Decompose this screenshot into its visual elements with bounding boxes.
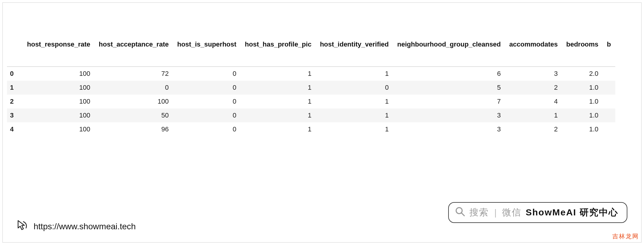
row-index: 3 xyxy=(7,108,23,122)
cell: 0 xyxy=(173,108,241,122)
cell: 2 xyxy=(505,81,562,95)
content-frame: host_response_rate host_acceptance_rate … xyxy=(2,2,642,243)
cell: 50 xyxy=(94,108,173,122)
cell: 1 xyxy=(316,67,393,81)
col-header: b xyxy=(603,37,615,67)
table-row: 4 100 96 0 1 1 3 2 1.0 xyxy=(7,122,615,136)
dataframe-table: host_response_rate host_acceptance_rate … xyxy=(7,37,615,136)
cell: 3 xyxy=(393,122,505,136)
cell: 1 xyxy=(505,108,562,122)
cell: 1 xyxy=(316,108,393,122)
table-row: 3 100 50 0 1 1 3 1 1.0 xyxy=(7,108,615,122)
cell: 100 xyxy=(23,81,94,95)
cell: 100 xyxy=(23,122,94,136)
cell: 100 xyxy=(23,67,94,81)
cell: 72 xyxy=(94,67,173,81)
cell: 1.0 xyxy=(562,81,603,95)
footer-url: https://www.showmeai.tech xyxy=(15,219,136,234)
cell: 1 xyxy=(241,67,316,81)
col-header: host_acceptance_rate xyxy=(94,37,173,67)
cell: 0 xyxy=(173,122,241,136)
col-header: neighbourhood_group_cleansed xyxy=(393,37,505,67)
cell: 1 xyxy=(241,95,316,108)
cell: 1.0 xyxy=(562,108,603,122)
cell xyxy=(603,95,615,108)
cell: 0 xyxy=(173,81,241,95)
row-index: 2 xyxy=(7,95,23,108)
table-index-header xyxy=(7,37,23,67)
search-pill[interactable]: 搜索 | 微信 ShowMeAI 研究中心 xyxy=(448,202,627,223)
search-brand: ShowMeAI 研究中心 xyxy=(526,206,618,219)
search-icon xyxy=(455,206,465,219)
cell: 1 xyxy=(241,108,316,122)
row-index: 1 xyxy=(7,81,23,95)
cursor-icon xyxy=(15,219,28,234)
cell: 1 xyxy=(241,122,316,136)
search-label: 搜索 xyxy=(469,206,489,219)
cell: 4 xyxy=(505,95,562,108)
col-header: host_response_rate xyxy=(23,37,94,67)
cell: 96 xyxy=(94,122,173,136)
cell xyxy=(603,81,615,95)
footer-url-text: https://www.showmeai.tech xyxy=(34,222,136,231)
cell: 1 xyxy=(316,95,393,108)
cell: 1 xyxy=(241,81,316,95)
cell: 2 xyxy=(505,122,562,136)
row-index: 0 xyxy=(7,67,23,81)
cell: 0 xyxy=(94,81,173,95)
col-header: accommodates xyxy=(505,37,562,67)
cell: 0 xyxy=(173,95,241,108)
table-row: 2 100 100 0 1 1 7 4 1.0 xyxy=(7,95,615,108)
corner-watermark: 吉林龙网 xyxy=(612,232,639,240)
col-header: bedrooms xyxy=(562,37,603,67)
table-row: 0 100 72 0 1 1 6 3 2.0 xyxy=(7,67,615,81)
cell: 2.0 xyxy=(562,67,603,81)
dataframe-table-wrap: host_response_rate host_acceptance_rate … xyxy=(7,37,641,136)
cell: 0 xyxy=(173,67,241,81)
cell: 0 xyxy=(316,81,393,95)
cell xyxy=(603,67,615,81)
cell: 3 xyxy=(505,67,562,81)
cell: 3 xyxy=(393,108,505,122)
cell: 1 xyxy=(316,122,393,136)
cell: 6 xyxy=(393,67,505,81)
col-header: host_has_profile_pic xyxy=(241,37,316,67)
col-header: host_is_superhost xyxy=(173,37,241,67)
cell: 100 xyxy=(94,95,173,108)
search-sublabel: 微信 xyxy=(502,206,521,219)
cell: 1.0 xyxy=(562,95,603,108)
cell: 5 xyxy=(393,81,505,95)
table-row: 1 100 0 0 1 0 5 2 1.0 xyxy=(7,81,615,95)
cell: 100 xyxy=(23,108,94,122)
row-index: 4 xyxy=(7,122,23,136)
svg-line-1 xyxy=(461,213,464,216)
pill-divider: | xyxy=(494,208,497,218)
cell: 7 xyxy=(393,95,505,108)
cell: 100 xyxy=(23,95,94,108)
cell: 1.0 xyxy=(562,122,603,136)
table-header-row: host_response_rate host_acceptance_rate … xyxy=(7,37,615,67)
col-header: host_identity_verified xyxy=(316,37,393,67)
cell xyxy=(603,108,615,122)
cell xyxy=(603,122,615,136)
